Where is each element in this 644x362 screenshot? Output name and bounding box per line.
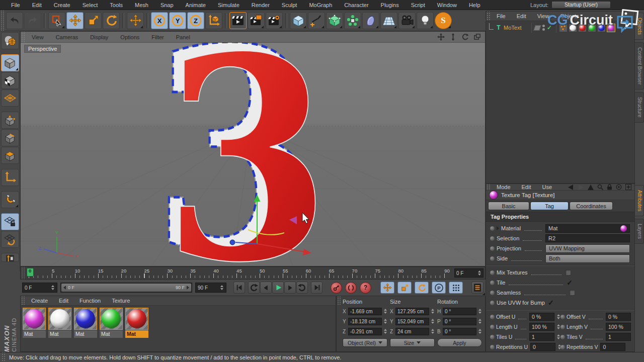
material-preview[interactable] (74, 308, 97, 330)
frame-stepper[interactable] (477, 270, 481, 276)
viewport-menu-item[interactable]: View (26, 34, 50, 40)
material-preview[interactable] (100, 308, 123, 330)
tab-tag[interactable]: Tag (530, 202, 569, 210)
stepper[interactable] (556, 324, 560, 329)
menubar-item[interactable]: Edit (26, 2, 48, 8)
tab-structure[interactable]: Structure (635, 92, 644, 123)
anim-dot[interactable] (560, 325, 565, 329)
object-name[interactable]: MoText (504, 25, 530, 31)
tile-checkbox-checked[interactable]: ✓ (567, 280, 573, 286)
focus-icon[interactable] (616, 184, 622, 190)
range-right-arrow-icon[interactable] (187, 286, 189, 290)
mix-textures-checkbox[interactable] (565, 269, 571, 276)
offset-u-field[interactable]: 0 % (529, 313, 554, 321)
make-editable-button[interactable] (1, 32, 19, 49)
attribute-menu-item[interactable]: Edit (516, 184, 537, 190)
record-position-toggle[interactable] (380, 282, 394, 294)
tiles-u-field[interactable]: 1 (529, 333, 554, 341)
stepper[interactable] (556, 334, 560, 339)
enabled-check-icon[interactable]: ✓ (547, 24, 552, 31)
position-y-field[interactable]: -18.128 cm (348, 318, 382, 325)
toolbar-drag-handle[interactable] (0, 10, 5, 31)
menubar-item[interactable]: Plugins (375, 2, 405, 8)
attribute-menu-item[interactable]: Mode (491, 184, 516, 190)
position-x-field[interactable]: -1.669 cm (348, 308, 382, 315)
play-button[interactable] (272, 282, 284, 294)
anim-dot[interactable] (490, 281, 495, 285)
anim-dot[interactable] (490, 325, 495, 329)
anim-dot[interactable] (490, 345, 495, 349)
stepper[interactable] (477, 319, 482, 324)
frame-range-thumb[interactable]: 0 F 90 F (61, 284, 191, 292)
size-mode-dropdown[interactable]: Size (390, 338, 435, 347)
visibility-dots-icon[interactable] (542, 25, 545, 31)
texture-tag-green[interactable] (588, 24, 596, 32)
anim-dot[interactable] (560, 315, 565, 319)
lock-y-axis-button[interactable]: Y (169, 12, 186, 29)
viewport-menu-item[interactable]: Filter (145, 34, 170, 40)
previous-frame-button[interactable] (260, 282, 272, 294)
seamless-checkbox[interactable] (569, 290, 575, 296)
menubar-item[interactable]: Render (246, 2, 276, 8)
selection-tag[interactable] (559, 24, 568, 32)
redo-button[interactable] (24, 12, 41, 29)
stepper[interactable] (383, 309, 387, 314)
texture-axis-button[interactable] (1, 253, 19, 262)
workplane-rotate-button[interactable] (1, 231, 19, 248)
stepper[interactable] (430, 319, 435, 324)
viewport-canvas[interactable]: 3 3 3 (21, 43, 485, 266)
autokeying-button[interactable] (345, 282, 357, 294)
size-z-field[interactable]: 24 cm (395, 328, 429, 335)
range-left-arrow-icon[interactable] (63, 286, 66, 290)
stepper[interactable] (383, 319, 387, 324)
offset-v-field[interactable]: 0 % (606, 313, 631, 321)
keyframe-selection-help-button[interactable]: ? (360, 282, 371, 294)
viewport-zoom-icon[interactable] (449, 33, 457, 41)
material-item[interactable]: Mat (74, 308, 97, 338)
polygons-mode-button[interactable] (1, 147, 19, 164)
render-settings-button[interactable] (266, 12, 283, 29)
menubar-item[interactable]: Simulate (212, 2, 246, 8)
viewport-menu-item[interactable]: Options (114, 34, 145, 40)
menubar-item[interactable]: Window (431, 2, 463, 8)
material-item[interactable]: Mat (100, 308, 123, 338)
enable-axis-button[interactable] (1, 169, 19, 186)
points-mode-button[interactable] (1, 112, 19, 129)
material-preview[interactable] (125, 308, 148, 330)
object-menu-item[interactable]: Objects (554, 13, 584, 19)
arrow-up-icon[interactable] (588, 185, 594, 190)
coordinate-mode-dropdown[interactable]: Object (Rel) (343, 338, 387, 347)
tab-content-browser[interactable]: Content Browser (635, 42, 644, 89)
record-scale-toggle[interactable] (397, 282, 412, 294)
viewport-drag-handle[interactable] (21, 32, 26, 42)
goto-start-button[interactable] (233, 282, 245, 294)
menubar-item[interactable]: Tools (104, 2, 129, 8)
anim-dot[interactable] (490, 291, 495, 295)
menubar-item[interactable]: Character (338, 2, 374, 8)
material-item[interactable]: Mat (125, 308, 148, 338)
rotation-b-field[interactable]: 0 ° (443, 328, 476, 335)
material-drag-handle[interactable] (21, 296, 26, 305)
size-y-field[interactable]: 152.049 cm (395, 318, 429, 325)
history-forward-icon[interactable] (578, 185, 584, 190)
viewport-camera-label[interactable]: Perspective (24, 45, 61, 53)
add-icon[interactable] (625, 184, 631, 190)
material-item[interactable]: Mat (23, 308, 46, 338)
start-frame-stepper[interactable] (50, 285, 55, 290)
material-name-label[interactable]: Mat (23, 330, 46, 338)
anim-dot[interactable] (490, 301, 495, 305)
live-selection-button[interactable] (48, 12, 65, 29)
texture-mode-button[interactable] (1, 72, 19, 89)
deformer-button[interactable] (362, 12, 379, 29)
keyframe-settings-button[interactable] (471, 282, 484, 294)
anim-dot[interactable] (490, 335, 495, 339)
menubar-item[interactable]: File (5, 2, 26, 8)
coordinates-drag-handle[interactable] (337, 296, 342, 306)
anim-dot[interactable] (490, 315, 495, 319)
edges-mode-button[interactable] (1, 129, 19, 146)
size-x-field[interactable]: 127.295 cm (395, 308, 429, 315)
model-mode-button[interactable] (1, 54, 19, 71)
subdivision-surface-button[interactable] (326, 12, 343, 29)
expand-arrow-icon[interactable] (497, 226, 499, 230)
length-u-field[interactable]: 100 % (529, 323, 554, 331)
